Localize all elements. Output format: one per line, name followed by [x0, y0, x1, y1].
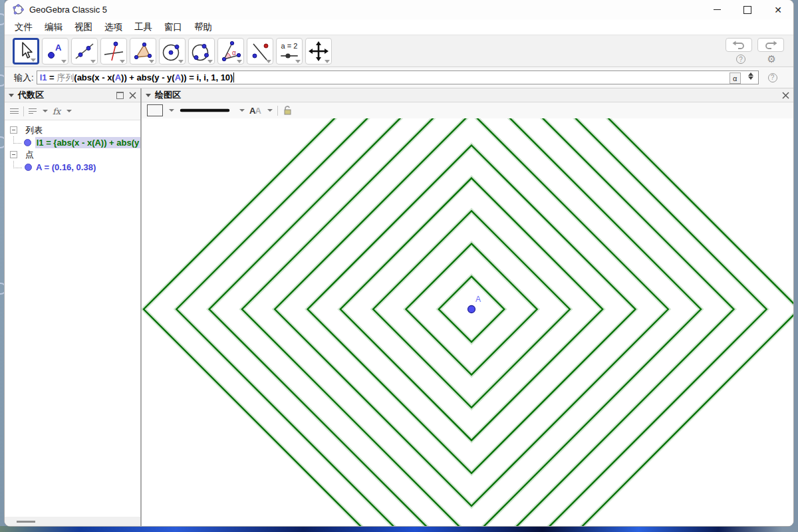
tool-dropdown-icon[interactable] [61, 60, 66, 63]
reflect-tool-button[interactable] [247, 38, 273, 65]
fx-dropdown-icon[interactable] [66, 110, 72, 112]
label-style-dropdown-icon[interactable] [267, 109, 273, 112]
algebra-item[interactable]: A = (0.16, 0.38) [5, 161, 140, 173]
tool-dropdown-icon[interactable] [90, 60, 96, 63]
spinner-up-icon[interactable] [748, 72, 753, 76]
algebra-item-label: A = (0.16, 0.38) [36, 162, 96, 172]
circle-icon [161, 40, 184, 63]
line-style-dropdown-icon[interactable] [239, 109, 245, 112]
perpendicular-line-tool-button[interactable] [100, 38, 127, 65]
perpendicular-line-icon [102, 40, 125, 63]
settings-gear-icon[interactable]: ⚙ [767, 55, 775, 64]
move-tool-button[interactable] [13, 38, 39, 65]
geogebra-window: GeoGebra Classic 5 ✕ 文件编辑视图选项工具窗口帮助 A [5, 0, 793, 526]
collapse-box-icon[interactable] [10, 126, 17, 134]
line-tool-button[interactable] [71, 38, 98, 65]
input-text: l1 = 序列(abs(x - x(A)) + abs(y - y(A)) = … [40, 72, 233, 84]
line-icon [73, 40, 96, 63]
tool-dropdown-icon[interactable] [149, 60, 154, 63]
angle-tool-button[interactable]: α [217, 38, 244, 65]
graphics-canvas[interactable]: A [142, 118, 793, 526]
command-input[interactable]: l1 = 序列(abs(x - x(A)) + abs(y - y(A)) = … [37, 70, 759, 84]
geogebra-logo-icon [13, 4, 24, 15]
undo-icon [732, 41, 746, 50]
circle-tool-button[interactable] [159, 38, 186, 65]
tool-dropdown-icon[interactable] [207, 60, 213, 63]
alpha-symbols-button[interactable]: α [730, 72, 741, 84]
fx-display-icon[interactable]: fx [53, 106, 61, 116]
collapse-arrow-icon[interactable] [146, 94, 151, 97]
spinner-down-icon[interactable] [748, 76, 753, 80]
visibility-marble[interactable] [25, 164, 32, 171]
input-history-spinner[interactable] [748, 72, 753, 80]
title-bar[interactable]: GeoGebra Classic 5 ✕ [5, 0, 793, 19]
sort-objects-icon[interactable] [29, 107, 37, 115]
input-bar: 输入: l1 = 序列(abs(x - x(A)) + abs(y - y(A)… [5, 67, 793, 88]
color-dropdown-icon[interactable] [169, 109, 174, 112]
visibility-marble[interactable] [24, 139, 31, 146]
unlock-icon[interactable] [283, 105, 293, 116]
algebra-header: 代数区 [5, 88, 140, 102]
redo-button[interactable] [757, 38, 784, 52]
color-swatch[interactable] [147, 104, 163, 116]
redo-icon [763, 41, 778, 50]
algebra-group-1[interactable]: 列表 [5, 124, 140, 136]
collapse-arrow-icon[interactable] [9, 94, 14, 97]
algebra-group-2[interactable]: 点 [5, 148, 140, 161]
input-segment: (abs(x - x( [74, 72, 114, 82]
menu-item-4[interactable]: 选项 [98, 21, 128, 33]
algebra-close-icon[interactable] [129, 92, 136, 99]
collapse-box-icon[interactable] [10, 151, 17, 158]
conic-icon [190, 40, 213, 63]
scrollbar-handle[interactable] [17, 521, 35, 523]
input-help-icon[interactable]: ? [768, 73, 777, 82]
tool-buttons: A [13, 38, 332, 65]
input-segment: )) + abs(y - y( [121, 72, 175, 82]
tool-dropdown-icon[interactable] [31, 59, 36, 62]
input-segment: A [115, 72, 121, 82]
minimize-button[interactable] [702, 0, 732, 19]
close-button[interactable]: ✕ [763, 0, 793, 19]
algebra-horizontal-scrollbar[interactable] [5, 517, 140, 526]
algebra-item[interactable]: l1 = {abs(x - x(A)) + abs(y - y [5, 136, 140, 148]
graphics-close-icon[interactable] [782, 92, 789, 99]
move-graphics-tool-button[interactable] [305, 38, 332, 65]
diamond-plot[interactable]: A [142, 118, 793, 526]
menu-item-5[interactable]: 工具 [128, 21, 158, 33]
menu-item-6[interactable]: 窗口 [158, 21, 188, 33]
polygon-tool-button[interactable] [130, 38, 156, 65]
tool-dropdown-icon[interactable] [325, 60, 330, 63]
tool-dropdown-icon[interactable] [295, 60, 301, 63]
toolbar-right-controls: ? ⚙ [726, 38, 787, 64]
point-A[interactable] [468, 306, 475, 313]
desktop-right-strip [793, 0, 798, 532]
maximize-button[interactable] [732, 0, 763, 19]
input-label: 输入: [14, 72, 34, 84]
line-style-icon[interactable] [179, 105, 233, 116]
undo-button[interactable] [726, 38, 752, 52]
polygon-icon [132, 40, 154, 63]
menu-item-1[interactable]: 文件 [9, 21, 39, 33]
slider-tool-button[interactable]: a = 2 [276, 38, 303, 65]
tool-dropdown-icon[interactable] [237, 60, 242, 63]
point-tool-button[interactable]: A [42, 38, 68, 65]
slider-icon: a = 2 [278, 40, 301, 63]
svg-text:a = 2: a = 2 [281, 42, 298, 50]
algebra-view: 代数区 fx 列表l1 = {abs(x - [5, 88, 140, 526]
undock-icon[interactable] [116, 92, 124, 99]
auxiliary-objects-icon[interactable] [10, 107, 19, 115]
input-segment: A [175, 72, 181, 82]
tool-dropdown-icon[interactable] [178, 60, 184, 63]
label-style-icon[interactable]: AA [249, 106, 261, 116]
tool-dropdown-icon[interactable] [120, 60, 125, 63]
menu-item-2[interactable]: 编辑 [39, 21, 68, 33]
point-icon: A [44, 40, 66, 63]
tool-dropdown-icon[interactable] [266, 60, 271, 63]
graphics-stylebar: AA [142, 102, 793, 119]
conic-tool-button[interactable] [188, 38, 215, 65]
menu-item-3[interactable]: 视图 [68, 21, 98, 33]
algebra-item-label: l1 = {abs(x - x(A)) + abs(y - y [35, 137, 140, 148]
sort-dropdown-icon[interactable] [43, 110, 48, 112]
menu-item-7[interactable]: 帮助 [188, 21, 218, 33]
toolbar-help-icon[interactable]: ? [736, 55, 745, 64]
